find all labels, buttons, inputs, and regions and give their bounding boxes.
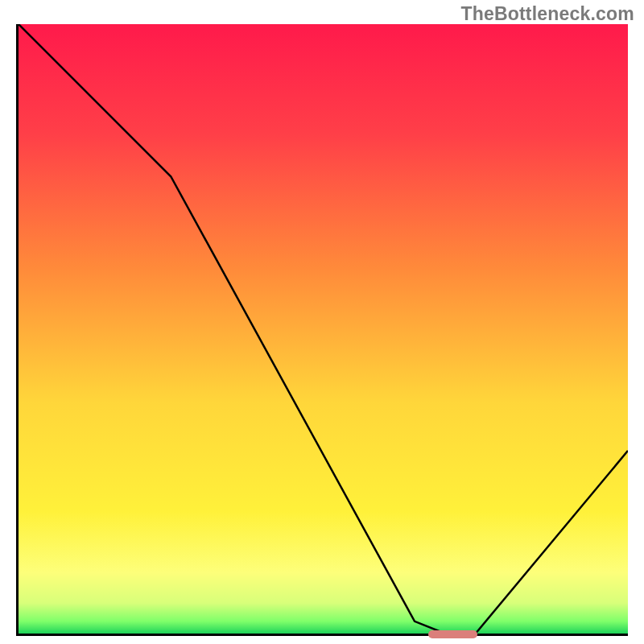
optimal-range-marker — [428, 630, 477, 638]
chart-canvas: TheBottleneck.com — [0, 0, 644, 644]
bottleneck-curve — [19, 24, 628, 634]
curve-layer — [19, 24, 628, 634]
plot-frame — [16, 24, 628, 636]
watermark-text: TheBottleneck.com — [460, 3, 634, 25]
